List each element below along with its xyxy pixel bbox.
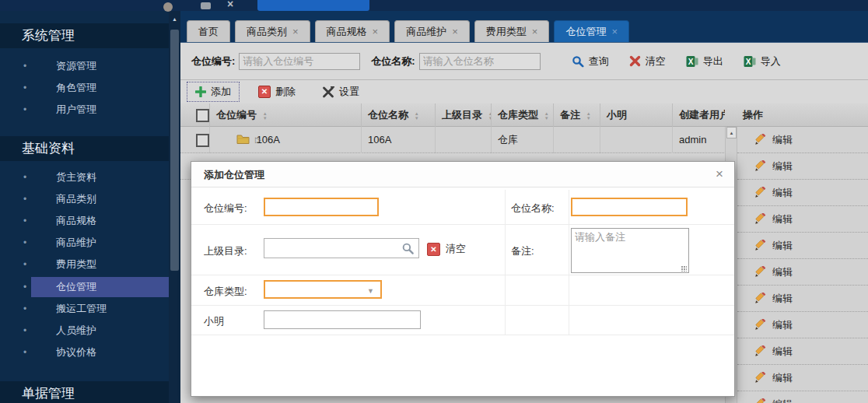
minimize-icon[interactable] [201, 2, 211, 9]
col-xiaoming[interactable]: 小明 [600, 103, 673, 127]
clear-x-icon [629, 55, 641, 67]
divider [569, 190, 569, 335]
sidebar-item-users[interactable]: • 用户管理 [0, 99, 169, 121]
tab-goods-category[interactable]: 商品类别 × [235, 20, 310, 42]
query-button[interactable]: 查询 [572, 54, 609, 68]
edit-button[interactable]: 编辑 [737, 153, 868, 180]
row-checkbox[interactable] [196, 134, 209, 147]
search-icon[interactable] [401, 242, 415, 255]
expand-icon[interactable]: ▷ [255, 127, 261, 153]
sidebar-item-roles[interactable]: • 角色管理 [0, 77, 169, 99]
pencil-icon [754, 134, 766, 145]
scrollbar-thumb[interactable] [170, 30, 179, 271]
sidebar-item-resources[interactable]: • 资源管理 [0, 55, 169, 77]
avatar-circle-icon [163, 2, 173, 12]
col-remark[interactable]: 备注 ▲▼ [554, 103, 600, 127]
tab-close-icon[interactable]: × [452, 21, 458, 42]
edit-button[interactable]: 编辑 [737, 391, 868, 403]
sidebar-item-agreement-price[interactable]: • 协议价格 [0, 342, 169, 363]
sidebar-item-personnel[interactable]: • 人员维护 [0, 320, 169, 342]
tab-fee-type[interactable]: 费用类型 × [474, 20, 550, 42]
add-button[interactable]: 添加 [187, 82, 240, 102]
xiaoming-field[interactable] [264, 310, 421, 329]
col-warehouse-type[interactable]: 仓库类型 ▲▼ [492, 103, 554, 127]
sidebar-item-fee-type[interactable]: • 费用类型 [0, 254, 169, 275]
parent-dir-label: 上级目录: [204, 244, 247, 258]
edit-button[interactable]: 编辑 [737, 259, 868, 286]
edit-button[interactable]: 编辑 [737, 127, 868, 153]
edit-button[interactable]: 编辑 [737, 206, 868, 233]
edit-button[interactable]: 编辑 [737, 338, 868, 365]
col-parent-dir[interactable]: 上级目录 ▲▼ [436, 103, 492, 127]
remark-textarea[interactable] [571, 228, 689, 273]
settings-button[interactable]: 设置 [314, 82, 367, 101]
col-bin-code[interactable]: 仓位编号 ▲▼ [210, 103, 362, 127]
svg-text:X: X [745, 58, 751, 66]
bin-name-input[interactable] [419, 53, 541, 70]
parent-clear-button[interactable]: ✕ 清空 [427, 242, 466, 256]
cell-remark [554, 127, 600, 153]
col-creator[interactable]: 创建者用户号 [673, 103, 725, 127]
pencil-icon [754, 319, 766, 331]
sort-icon[interactable]: ▲▼ [586, 111, 591, 121]
sort-icon[interactable]: ▲▼ [544, 111, 549, 121]
divider [191, 305, 734, 306]
sidebar-item-porter-management[interactable]: • 搬运工管理 [0, 298, 169, 320]
dialog-close-icon[interactable]: × [716, 167, 723, 180]
sidebar-item-goods-maintain[interactable]: • 商品维护 [0, 232, 169, 254]
sidebar-item-goods-category[interactable]: • 商品类别 [0, 188, 169, 210]
export-button[interactable]: X 导出 [686, 54, 723, 68]
resize-grip-icon[interactable] [681, 266, 687, 272]
tab-bin-management[interactable]: 仓位管理 × [554, 20, 629, 42]
clear-button[interactable]: 清空 [629, 54, 666, 68]
cell-bin-code: ▷ 106A [210, 127, 362, 153]
tab-close-icon[interactable]: × [611, 21, 618, 42]
xiaoming-label: 小明 [204, 314, 224, 328]
close-icon[interactable]: × [227, 0, 233, 10]
cell-creator: admin [673, 127, 725, 153]
dialog-header[interactable]: 添加仓位管理 × [191, 162, 734, 187]
titlebar-blue-button[interactable] [257, 0, 369, 11]
import-button[interactable]: X 导入 [744, 54, 781, 68]
remark-label: 备注: [511, 244, 534, 258]
select-all-checkbox[interactable] [196, 109, 209, 122]
sidebar-scrollbar[interactable]: ▲ [169, 11, 180, 403]
edit-button[interactable]: 编辑 [737, 233, 868, 259]
edit-button[interactable]: 编辑 [737, 286, 868, 312]
tab-goods-maintain[interactable]: 商品维护 × [394, 20, 470, 42]
table-row[interactable]: ▷ 106A 106A 仓库 admin [180, 127, 737, 153]
tab-goods-spec[interactable]: 商品规格 × [315, 20, 390, 42]
edit-button[interactable]: 编辑 [737, 365, 868, 391]
sidebar-item-goods-spec[interactable]: • 商品规格 [0, 210, 169, 232]
parent-dir-lookup[interactable] [264, 238, 419, 258]
sidebar-item-owner-data[interactable]: • 货主资料 [0, 166, 169, 188]
sidebar-nav: 系统管理 • 资源管理 • 角色管理 • 用户管理 基础资料 • 货主资料 • … [0, 11, 169, 403]
bin-code-field[interactable] [264, 198, 379, 216]
sidebar-section-system[interactable]: 系统管理 [0, 23, 169, 48]
sidebar-item-bin-management[interactable]: • 仓位管理 [0, 276, 169, 298]
sidebar-section-basic-data[interactable]: 基础资料 [0, 136, 169, 161]
sort-icon[interactable]: ▲▼ [263, 111, 268, 121]
scroll-up-icon[interactable]: ▲ [169, 16, 180, 22]
grid-header: 仓位编号 ▲▼ 仓位名称 ▲▼ 上级目录 ▲▼ 仓库类型 ▲▼ 备注 ▲▼ 小明… [180, 103, 868, 127]
sidebar-section-documents[interactable]: 单据管理 [0, 381, 169, 403]
tab-close-icon[interactable]: × [292, 21, 299, 42]
warehouse-type-select[interactable]: ▼ [264, 280, 382, 299]
tab-close-icon[interactable]: × [532, 21, 538, 42]
edit-button[interactable]: 编辑 [737, 312, 868, 338]
sort-icon[interactable]: ▲▼ [415, 111, 419, 121]
bullet-icon: • [23, 342, 26, 363]
col-bin-name[interactable]: 仓位名称 ▲▼ [362, 103, 436, 127]
bullet-icon: • [23, 254, 26, 275]
bin-name-field[interactable] [571, 198, 688, 216]
tab-close-icon[interactable]: × [373, 21, 379, 42]
scroll-up-icon[interactable]: ▲ [726, 127, 737, 138]
bin-name-label: 仓位名称: [511, 202, 555, 216]
bin-code-input[interactable] [239, 53, 360, 70]
edit-button[interactable]: 编辑 [737, 180, 868, 206]
chevron-down-icon[interactable]: ▼ [367, 287, 374, 295]
tab-home[interactable]: 首页 [187, 20, 230, 42]
delete-button[interactable]: ✕ 删除 [250, 82, 303, 101]
divider [191, 275, 734, 275]
active-highlight [31, 277, 169, 297]
